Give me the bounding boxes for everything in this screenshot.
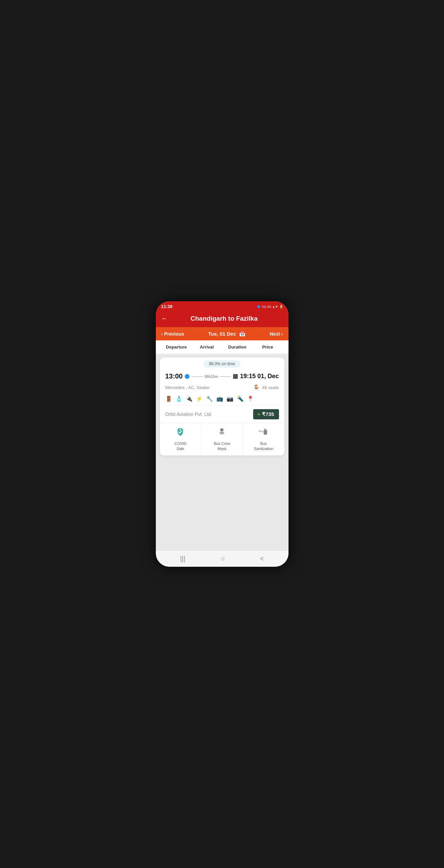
boarding-icon: 🚪	[165, 396, 172, 402]
seat-icon: 🪑	[253, 384, 260, 391]
amenity-icons: 🚪 🧴 🔌 ⚡ 🔧 📺 📷 🔦 📍	[160, 393, 284, 405]
svg-line-3	[180, 430, 181, 430]
price-badge[interactable]: ₹735	[253, 409, 279, 419]
duration-line: 06h15m	[192, 374, 231, 379]
price-amount: ₹735	[262, 411, 274, 417]
back-button[interactable]: ←	[161, 315, 168, 322]
svg-line-2	[180, 430, 180, 430]
svg-point-10	[264, 428, 265, 429]
line-left	[192, 376, 203, 377]
tv-icon: 📺	[216, 396, 223, 402]
svg-rect-8	[264, 430, 267, 435]
seats-info: 🪑 48 seats	[253, 384, 279, 391]
home-icon[interactable]: ○	[220, 555, 225, 563]
svg-point-12	[260, 430, 261, 431]
departure-time: 13:00	[165, 372, 183, 380]
phone-screen: 11:39 🔷 Vo) 4G ▲▼ 🔋 ← Chandigarh to Fazi…	[156, 301, 289, 567]
date-display: Tue, 01 Dec 📅	[208, 331, 246, 337]
next-button[interactable]: Next ›	[269, 331, 283, 337]
bus-card[interactable]: 88.0% on time 13:00 06h15m 19:15 01, Dec	[160, 357, 284, 455]
page-title: Chandigarh to Fazilka	[172, 315, 276, 322]
operator-name: Orbit Aviation Pvt. Ltd.	[165, 412, 212, 417]
price-header: Price	[252, 344, 283, 350]
camera-icon: 📷	[227, 396, 233, 402]
on-time-badge: 88.0% on time	[160, 357, 284, 370]
usb-icon: ⚡	[196, 396, 203, 402]
safety-badges: COVIDSafe Bus CrewMask	[160, 423, 284, 455]
column-headers: Departure Arrival Duration Price	[156, 340, 289, 354]
bus-sanitization-badge: BusSanitization	[243, 423, 284, 455]
covid-safe-badge: COVIDSafe	[160, 423, 201, 455]
duration-text: 06h15m	[204, 374, 218, 379]
price-dot	[258, 413, 260, 415]
svg-point-4	[220, 428, 224, 432]
covid-safe-label: COVIDSafe	[175, 441, 186, 452]
main-content: 88.0% on time 13:00 06h15m 19:15 01, Dec	[156, 354, 289, 550]
bottom-nav: ||| ○ <	[156, 550, 289, 567]
signal-icon: Vo) 4G ▲▼	[262, 305, 278, 308]
status-time: 11:39	[161, 304, 172, 309]
calendar-icon[interactable]: 📅	[239, 331, 246, 337]
battery-icon: 🔋	[279, 305, 283, 308]
operator-price-row: Orbit Aviation Pvt. Ltd. ₹735	[160, 406, 284, 423]
menu-icon[interactable]: |||	[180, 555, 185, 563]
arrival-header: Arrival	[192, 344, 222, 350]
svg-point-11	[259, 432, 260, 432]
svg-point-13	[262, 432, 262, 432]
bus-timing-row: 13:00 06h15m 19:15 01, Dec	[160, 370, 284, 384]
previous-button[interactable]: ‹ Previous	[161, 331, 184, 337]
phone-frame: 11:39 🔷 Vo) 4G ▲▼ 🔋 ← Chandigarh to Fazi…	[156, 301, 289, 567]
bus-sanitization-icon	[258, 427, 269, 440]
charging-icon: 🔌	[186, 396, 193, 402]
tools-icon: 🔧	[206, 396, 213, 402]
water-icon: 🧴	[176, 396, 182, 402]
bus-crew-mask-badge: Bus CrewMask	[201, 423, 243, 455]
seats-count: 48 seats	[262, 385, 279, 390]
svg-rect-9	[264, 429, 266, 430]
chevron-left-icon: ‹	[161, 331, 163, 337]
bus-info-row: Mercedes , AC, Seater 🪑 48 seats	[160, 384, 284, 393]
back-nav-icon[interactable]: <	[260, 555, 264, 563]
date-text: Tue, 01 Dec	[208, 331, 236, 337]
location-icon: 📍	[247, 396, 254, 402]
duration-header: Duration	[222, 344, 253, 350]
bus-sanitization-label: BusSanitization	[254, 441, 273, 452]
on-time-text: 88.0% on time	[203, 360, 241, 368]
next-label: Next	[269, 331, 280, 337]
chevron-right-icon: ›	[281, 331, 283, 337]
light-icon: 🔦	[237, 396, 244, 402]
covid-safe-icon	[176, 427, 185, 440]
line-right	[219, 376, 231, 377]
departure-header: Departure	[161, 344, 192, 350]
arrival-time: 19:15 01, Dec	[240, 373, 279, 380]
status-bar: 11:39 🔷 Vo) 4G ▲▼ 🔋	[156, 301, 289, 311]
bus-type: Mercedes , AC, Seater	[165, 385, 210, 390]
previous-label: Previous	[164, 331, 184, 337]
svg-rect-5	[220, 432, 224, 434]
status-icons: 🔷 Vo) 4G ▲▼ 🔋	[257, 305, 283, 308]
date-navigation: ‹ Previous Tue, 01 Dec 📅 Next ›	[156, 327, 289, 340]
bluetooth-icon: 🔷	[257, 305, 261, 308]
arrival-dot	[233, 374, 238, 379]
bus-crew-mask-label: Bus CrewMask	[214, 441, 230, 452]
app-header: ← Chandigarh to Fazilka	[156, 311, 289, 327]
bus-crew-mask-icon	[217, 427, 227, 440]
departure-dot	[185, 374, 190, 379]
